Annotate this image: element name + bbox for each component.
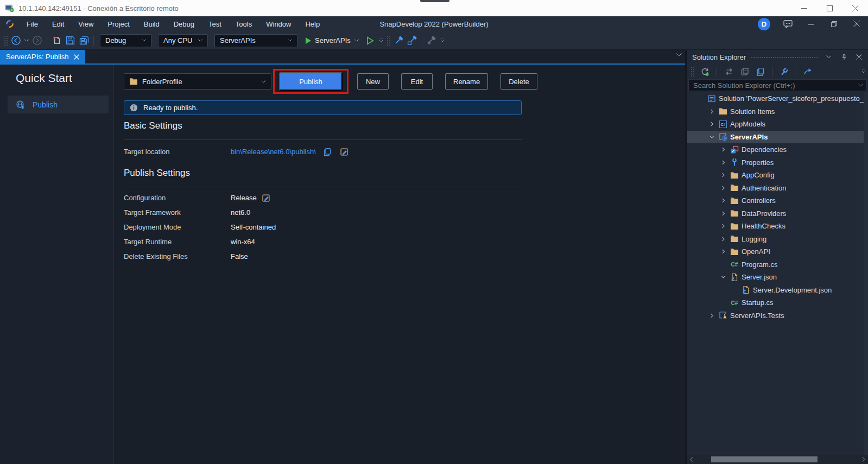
menu-window[interactable]: Window [259,16,298,31]
chevron-right-icon[interactable] [707,109,719,115]
sync-with-active-document-icon[interactable] [698,65,712,79]
sidebar-item-publish[interactable]: Publish [8,96,109,113]
tree-item-startup-cs[interactable]: C#Startup.cs [687,296,868,309]
chevron-right-icon[interactable] [707,121,719,127]
tab-list-dropdown-icon[interactable] [676,53,682,56]
copy-path-icon[interactable] [753,65,767,79]
rdp-maximize-button[interactable] [817,0,842,16]
rdp-close-button[interactable] [842,0,868,16]
app-close-button[interactable] [845,16,868,31]
save-all-icon[interactable] [77,34,91,48]
rdp-minimize-button[interactable] [791,0,817,16]
navigate-forward-icon[interactable] [30,34,44,48]
feedback-icon[interactable] [777,16,800,31]
toolbar-overflow-icon[interactable] [861,69,866,73]
tree-item-healthchecks[interactable]: HealthChecks [687,220,868,233]
menu-help[interactable]: Help [298,16,327,31]
new-file-icon[interactable] [50,34,64,48]
profile-dropdown[interactable]: FolderProfile [124,73,271,90]
chevron-right-icon[interactable] [719,147,730,152]
edit-button[interactable]: Edit [401,73,433,90]
user-avatar[interactable]: D [758,18,770,30]
target-location-link[interactable]: bin\Release\net6.0\publish\ [231,148,316,156]
edit-icon[interactable] [340,147,349,156]
tree-item-dataproviders[interactable]: DataProviders [687,207,868,220]
chevron-right-icon[interactable] [719,223,730,229]
scrollbar-thumb[interactable] [711,456,818,462]
tree-item-controllers[interactable]: Controllers [687,194,868,207]
app-restore-button[interactable] [822,16,845,31]
tree-item-logging[interactable]: Logging [687,233,868,246]
tree-item-server-development-json[interactable]: Server.Development.json [687,284,868,297]
chevron-right-icon[interactable] [719,172,730,178]
chevron-right-icon[interactable] [719,185,730,191]
configuration-dropdown[interactable]: Debug [100,34,151,47]
chevron-right-icon[interactable] [707,313,719,319]
tree-item-appmodels[interactable]: C#AppModels [687,118,868,131]
edit-icon[interactable] [262,193,271,202]
properties-wrench-icon[interactable] [777,65,791,79]
chevron-right-icon[interactable] [719,236,730,242]
rename-button[interactable]: Rename [445,73,488,90]
tree-item-appconfig[interactable]: AppConfig [687,169,868,182]
rdp-connection-bar[interactable] [420,0,449,2]
publish-button[interactable]: Publish [279,72,343,91]
chevron-down-icon[interactable] [707,134,719,140]
vertical-scrollbar[interactable] [864,92,868,455]
save-icon[interactable] [64,34,77,48]
tree-item-serverapis-tests[interactable]: ServerAPIs.Tests [687,309,868,322]
startup-project-dropdown[interactable]: ServerAPIs [214,34,297,47]
run-overflow-icon[interactable] [377,39,385,42]
horizontal-scrollbar[interactable] [687,455,868,464]
tab-serverapis-publish[interactable]: ServerAPIs: Publish [0,50,85,63]
toolbar-grip[interactable] [690,66,694,77]
chevron-right-icon[interactable] [719,211,730,217]
preview-selected-items-icon[interactable] [801,65,815,79]
menu-debug[interactable]: Debug [167,16,201,31]
toolbar-grip[interactable] [4,35,8,46]
panel-close-icon[interactable] [853,52,865,62]
toolbar-grip[interactable] [387,35,390,46]
tab-close-icon[interactable] [74,54,79,60]
solution-explorer-header[interactable]: Solution Explorer [687,50,868,64]
copy-icon[interactable] [323,148,332,156]
chevron-right-icon[interactable] [719,249,730,255]
build-overflow-icon[interactable] [439,39,446,42]
chevron-right-icon[interactable] [719,198,730,204]
menu-tools[interactable]: Tools [229,16,259,31]
rebuild-icon[interactable] [406,34,419,48]
tree-item-dependencies[interactable]: Dependencies [687,143,868,156]
menu-test[interactable]: Test [201,16,229,31]
tree-item-authentication[interactable]: Authentication [687,182,868,195]
tree-item-serverapis[interactable]: ServerAPIs [687,131,868,144]
menu-view[interactable]: View [71,16,100,31]
delete-button[interactable]: Delete [500,73,537,90]
tree-item-solution-powerserver-sicoferp-presupuest[interactable]: Solution 'PowerServer_sicoferp_presupues… [687,92,868,105]
pin-icon[interactable] [838,52,850,62]
chevron-right-icon[interactable] [719,160,730,166]
panel-options-chevron-icon[interactable] [823,52,834,62]
tree-item-openapi[interactable]: OpenAPI [687,245,868,258]
run-without-debug-icon[interactable] [364,34,377,48]
navigate-back-icon[interactable] [9,34,23,48]
scroll-left-icon[interactable] [687,457,696,462]
switch-views-icon[interactable] [722,65,736,79]
tree-item-server-json[interactable]: Server.json [687,271,868,284]
run-button[interactable]: ServerAPIs [301,36,364,45]
menu-file[interactable]: File [20,16,45,31]
tree-item-properties[interactable]: Properties [687,156,868,169]
search-dropdown-icon[interactable] [855,80,866,91]
tree-item-solution-items[interactable]: Solution Items [687,105,868,118]
tree-item-program-cs[interactable]: C#Program.cs [687,258,868,271]
solution-search-input[interactable] [689,81,855,90]
new-button[interactable]: New [357,73,389,90]
scroll-right-icon[interactable] [859,457,868,462]
navigate-back-dropdown-icon[interactable] [23,39,30,42]
platform-dropdown[interactable]: Any CPU [158,34,208,47]
build-icon[interactable] [392,34,406,48]
menu-project[interactable]: Project [100,16,136,31]
menu-build[interactable]: Build [137,16,167,31]
collapse-all-icon[interactable] [738,65,751,79]
menu-edit[interactable]: Edit [45,16,71,31]
app-minimize-button[interactable] [800,16,822,31]
